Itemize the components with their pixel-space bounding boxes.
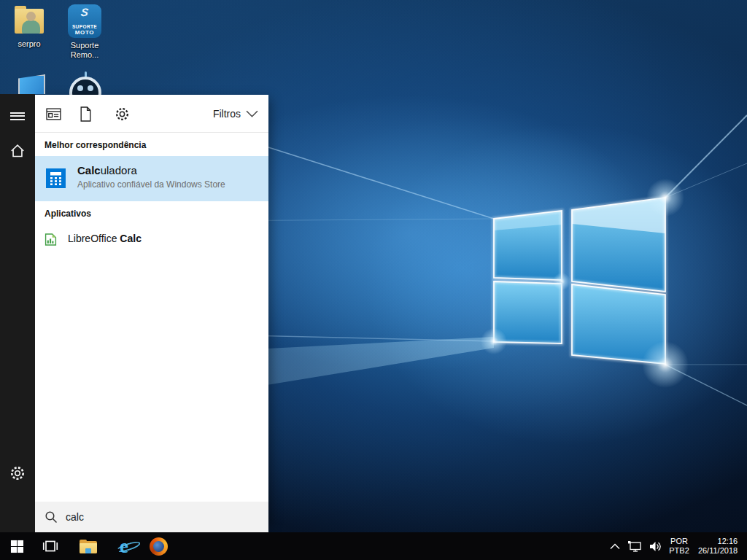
internet-explorer-button[interactable]: e xyxy=(109,532,139,560)
filter-settings-button[interactable] xyxy=(106,95,138,133)
clock[interactable]: 12:16 26/11/2018 xyxy=(694,532,747,560)
firefox-button[interactable] xyxy=(143,532,174,560)
file-explorer-button[interactable] xyxy=(73,532,104,560)
calculator-icon xyxy=(46,168,66,188)
filter-documents-button[interactable] xyxy=(69,95,101,133)
search-box[interactable] xyxy=(35,502,268,532)
libreoffice-calc-icon xyxy=(44,233,57,246)
home-button[interactable] xyxy=(0,133,35,168)
document-icon xyxy=(80,106,92,122)
robot-icon[interactable] xyxy=(69,71,104,95)
filters-dropdown[interactable]: Filtros xyxy=(209,95,263,133)
chevron-up-icon xyxy=(610,543,620,550)
apps-header: Aplicativos xyxy=(44,209,91,219)
language-indicator[interactable]: POR PTB2 xyxy=(665,532,693,560)
internet-explorer-icon: e xyxy=(120,537,128,556)
search-filter-bar: Filtros xyxy=(35,95,268,133)
network-icon xyxy=(627,540,642,553)
keyboard-layout: PTB2 xyxy=(669,546,689,556)
desktop-icon-label: Suporte Remo... xyxy=(60,41,109,60)
apps-icon xyxy=(46,108,61,120)
search-results-panel: Filtros Melhor correspondência Calculado… xyxy=(35,95,268,532)
folder-user-icon xyxy=(13,4,45,36)
volume-icon xyxy=(649,540,662,553)
gear-icon xyxy=(9,465,26,481)
menu-icon xyxy=(10,110,25,122)
menu-button[interactable] xyxy=(0,98,35,133)
search-icon xyxy=(44,510,58,524)
home-icon xyxy=(9,143,26,159)
screen: serpro S SUPORTE MOTO Suporte Remo... xyxy=(0,0,747,560)
time: 12:16 xyxy=(698,537,738,546)
suporte-moto-icon: S SUPORTE MOTO xyxy=(68,4,101,38)
result-title: LibreOffice Calc xyxy=(68,233,142,244)
sidebar-settings-button[interactable] xyxy=(0,456,35,491)
desktop-icon-suporte-remoto[interactable]: S SUPORTE MOTO Suporte Remo... xyxy=(60,4,109,60)
gear-icon xyxy=(115,106,130,122)
start-button[interactable] xyxy=(1,532,32,560)
result-subtitle: Aplicativo confiável da Windows Store xyxy=(77,179,225,190)
desktop-icon-label: serpro xyxy=(4,39,54,49)
network-tray-button[interactable] xyxy=(624,532,645,560)
firefox-icon xyxy=(150,537,168,556)
language-code: POR xyxy=(669,537,689,546)
result-title: Calculadora xyxy=(77,164,137,176)
search-input[interactable] xyxy=(66,511,248,523)
filters-label: Filtros xyxy=(213,108,241,120)
system-tray: POR PTB2 12:16 26/11/2018 xyxy=(605,532,747,560)
search-flyout-sidebar xyxy=(0,94,35,532)
desktop-icon-serpro[interactable]: serpro xyxy=(4,4,54,49)
filter-apps-button[interactable] xyxy=(37,95,69,133)
result-calculadora[interactable]: Calculadora Aplicativo confiável da Wind… xyxy=(35,156,268,201)
windows-logo-icon xyxy=(10,540,24,553)
show-hidden-icons-button[interactable] xyxy=(605,532,624,560)
taskbar: e xyxy=(0,532,747,560)
task-view-icon xyxy=(42,539,59,553)
chevron-down-icon xyxy=(246,110,258,117)
task-view-button[interactable] xyxy=(35,532,66,560)
result-libreoffice-calc[interactable]: LibreOffice Calc xyxy=(35,226,268,252)
best-match-header: Melhor correspondência xyxy=(44,140,146,150)
volume-tray-button[interactable] xyxy=(645,532,665,560)
file-explorer-icon xyxy=(80,540,97,553)
date: 26/11/2018 xyxy=(698,546,738,556)
